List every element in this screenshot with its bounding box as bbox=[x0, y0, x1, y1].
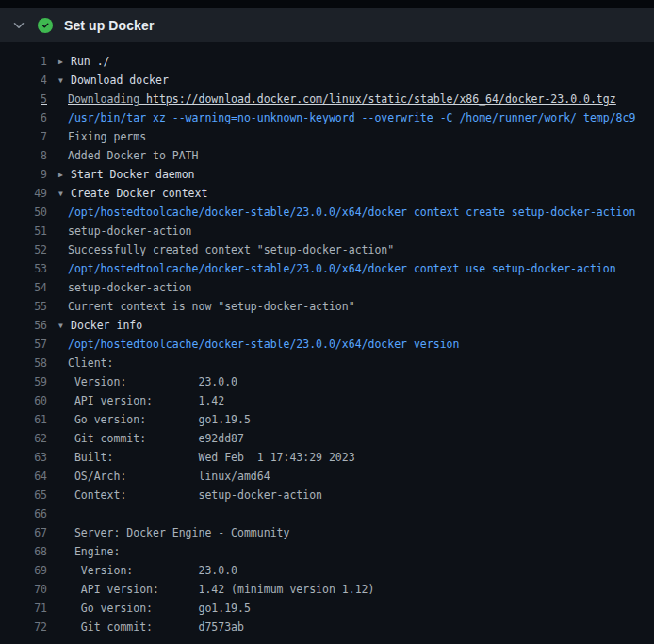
line-number[interactable]: 8 bbox=[0, 146, 58, 165]
log-line-53: 53/opt/hostedtoolcache/docker-stable/23.… bbox=[0, 259, 654, 278]
line-number[interactable]: 69 bbox=[0, 561, 58, 580]
group-title: Run ./ bbox=[71, 55, 110, 68]
group-collapsed-arrow-icon[interactable]: ▶ bbox=[58, 53, 71, 72]
group-title: Create Docker context bbox=[71, 187, 207, 200]
line-number[interactable]: 63 bbox=[0, 448, 58, 467]
log-line-4[interactable]: 4▼Download docker bbox=[0, 71, 654, 90]
line-number[interactable]: 9 bbox=[0, 165, 58, 184]
log-line-63: 63 Built: Wed Feb 1 17:43:29 2023 bbox=[0, 448, 654, 467]
step-title: Set up Docker bbox=[64, 18, 154, 33]
line-number[interactable]: 70 bbox=[0, 580, 58, 599]
group-expanded-arrow-icon[interactable]: ▼ bbox=[58, 185, 71, 204]
log-line-68: 68 Engine: bbox=[0, 542, 654, 561]
log-line-59: 59 Version: 23.0.0 bbox=[0, 372, 654, 391]
line-number[interactable]: 53 bbox=[0, 259, 58, 278]
line-number[interactable]: 49 bbox=[0, 184, 58, 203]
log-text: Downloading https://download.docker.com/… bbox=[58, 90, 616, 108]
log-text: /opt/hostedtoolcache/docker-stable/23.0.… bbox=[58, 259, 616, 278]
group-header[interactable]: ▶Run ./ bbox=[58, 52, 110, 72]
line-number[interactable]: 50 bbox=[0, 203, 58, 222]
group-expanded-arrow-icon[interactable]: ▼ bbox=[58, 317, 71, 336]
line-number[interactable]: 59 bbox=[0, 372, 58, 391]
line-number[interactable]: 57 bbox=[0, 335, 58, 354]
log-line-67: 67 Server: Docker Engine - Community bbox=[0, 523, 654, 542]
log-line-71: 71 Go version: go1.19.5 bbox=[0, 599, 654, 618]
log-text: Successfully created context "setup-dock… bbox=[58, 240, 394, 259]
line-number[interactable]: 55 bbox=[0, 297, 58, 316]
log-text: Go version: go1.19.5 bbox=[58, 599, 251, 618]
log-text: Git commit: d7573ab bbox=[58, 618, 244, 636]
group-collapsed-arrow-icon[interactable]: ▶ bbox=[58, 166, 71, 185]
log-text: setup-docker-action bbox=[58, 222, 192, 240]
success-check-icon bbox=[38, 18, 55, 33]
log-text: Fixing perms bbox=[58, 127, 146, 146]
log-line-69: 69 Version: 23.0.0 bbox=[0, 561, 654, 580]
log-line-65: 65 Context: setup-docker-action bbox=[0, 486, 654, 504]
line-number[interactable]: 4 bbox=[0, 71, 58, 90]
actions-log-viewer: Set up Docker 1▶Run ./4▼Download docker5… bbox=[0, 0, 654, 644]
group-header[interactable]: ▼Create Docker context bbox=[58, 184, 207, 204]
step-header[interactable]: Set up Docker bbox=[0, 8, 654, 42]
line-number[interactable]: 51 bbox=[0, 222, 58, 240]
log-line-61: 61 Go version: go1.19.5 bbox=[0, 410, 654, 429]
line-number[interactable]: 60 bbox=[0, 391, 58, 410]
line-number[interactable]: 5 bbox=[0, 90, 58, 108]
line-number[interactable]: 61 bbox=[0, 410, 58, 429]
log-line-6: 6/usr/bin/tar xz --warning=no-unknown-ke… bbox=[0, 108, 654, 127]
log-text: Built: Wed Feb 1 17:43:29 2023 bbox=[58, 448, 355, 467]
log-text: setup-docker-action bbox=[58, 278, 192, 297]
line-number[interactable]: 52 bbox=[0, 240, 58, 259]
log-text: Version: 23.0.0 bbox=[58, 561, 237, 580]
log-line-66: 66 bbox=[0, 504, 654, 523]
line-number[interactable]: 7 bbox=[0, 127, 58, 146]
group-expanded-arrow-icon[interactable]: ▼ bbox=[58, 72, 71, 91]
log-line-9[interactable]: 9▶Start Docker daemon bbox=[0, 165, 654, 184]
log-text: Context: setup-docker-action bbox=[58, 486, 322, 504]
line-number[interactable]: 71 bbox=[0, 599, 58, 618]
log-line-70: 70 API version: 1.42 (minimum version 1.… bbox=[0, 580, 654, 599]
log-line-1[interactable]: 1▶Run ./ bbox=[0, 52, 654, 71]
log-line-50: 50/opt/hostedtoolcache/docker-stable/23.… bbox=[0, 203, 654, 222]
log-line-62: 62 Git commit: e92dd87 bbox=[0, 429, 654, 448]
line-number[interactable]: 67 bbox=[0, 523, 58, 542]
log-line-60: 60 API version: 1.42 bbox=[0, 391, 654, 410]
line-number[interactable]: 62 bbox=[0, 429, 58, 448]
log-text: API version: 1.42 (minimum version 1.12) bbox=[58, 580, 374, 599]
line-number[interactable]: 54 bbox=[0, 278, 58, 297]
log-text: API version: 1.42 bbox=[58, 391, 224, 410]
log-text: Client: bbox=[58, 354, 113, 372]
chevron-down-icon[interactable] bbox=[13, 20, 26, 31]
log-line-64: 64 OS/Arch: linux/amd64 bbox=[0, 467, 654, 486]
log-line-72: 72 Git commit: d7573ab bbox=[0, 618, 654, 636]
log-text: Current context is now "setup-docker-act… bbox=[58, 297, 355, 316]
line-number[interactable]: 65 bbox=[0, 486, 58, 504]
line-number[interactable]: 64 bbox=[0, 467, 58, 486]
group-header[interactable]: ▼Download docker bbox=[58, 71, 169, 91]
line-number[interactable]: 72 bbox=[0, 618, 58, 636]
line-number[interactable]: 6 bbox=[0, 108, 58, 127]
log-text: Version: 23.0.0 bbox=[58, 372, 237, 391]
line-number[interactable]: 68 bbox=[0, 542, 58, 561]
log-text: Go version: go1.19.5 bbox=[58, 410, 251, 429]
log-text: /opt/hostedtoolcache/docker-stable/23.0.… bbox=[58, 203, 635, 222]
log-line-8: 8Added Docker to PATH bbox=[0, 146, 654, 165]
line-number[interactable]: 1 bbox=[0, 52, 58, 71]
log-line-5: 5Downloading https://download.docker.com… bbox=[0, 90, 654, 108]
group-title: Docker info bbox=[71, 319, 142, 332]
line-number[interactable]: 66 bbox=[0, 504, 58, 523]
group-header[interactable]: ▼Docker info bbox=[58, 316, 142, 336]
log-text: OS/Arch: linux/amd64 bbox=[58, 467, 270, 486]
line-number[interactable]: 56 bbox=[0, 316, 58, 335]
download-url-link[interactable]: https://download.docker.com/linux/static… bbox=[146, 92, 616, 106]
log-text: /opt/hostedtoolcache/docker-stable/23.0.… bbox=[58, 335, 459, 354]
log-line-57: 57/opt/hostedtoolcache/docker-stable/23.… bbox=[0, 335, 654, 354]
group-header[interactable]: ▶Start Docker daemon bbox=[58, 165, 195, 185]
log-line-56[interactable]: 56▼Docker info bbox=[0, 316, 654, 335]
log-line-49[interactable]: 49▼Create Docker context bbox=[0, 184, 654, 203]
log-line-52: 52Successfully created context "setup-do… bbox=[0, 240, 654, 259]
log-text: Added Docker to PATH bbox=[58, 146, 198, 165]
log-text: Engine: bbox=[58, 542, 120, 561]
log-area: 1▶Run ./4▼Download docker5Downloading ht… bbox=[0, 42, 654, 644]
line-number[interactable]: 58 bbox=[0, 354, 58, 372]
group-title: Download docker bbox=[71, 74, 169, 87]
